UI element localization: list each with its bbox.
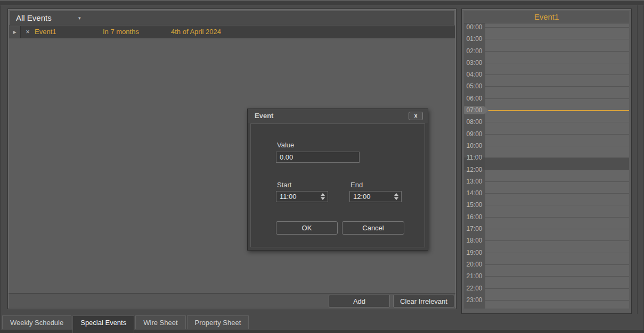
tabs-row: Weekly Schedule Special Events Wire Shee… xyxy=(2,315,249,333)
schedule-cell[interactable] xyxy=(485,170,629,181)
schedule-cell[interactable] xyxy=(485,51,629,63)
schedule-cell[interactable] xyxy=(485,217,629,229)
schedule-hour-row: 11:00 xyxy=(464,157,629,169)
schedule-cell[interactable] xyxy=(485,253,629,264)
clear-irrelevant-button[interactable]: Clear Irrelevant xyxy=(393,295,454,307)
events-filter-label: All Events xyxy=(16,11,52,25)
schedule-hour-row: 10:00 xyxy=(464,146,629,157)
tab-special-events[interactable]: Special Events xyxy=(72,315,134,333)
schedule-cell[interactable] xyxy=(485,276,629,288)
event-dialog-body: Value Start End OK Cancel xyxy=(250,123,425,247)
schedule-hour-label: 14:00 xyxy=(464,190,485,197)
schedule-hour-row: 00:00 xyxy=(464,27,629,39)
schedule-hour-label: 21:00 xyxy=(464,273,485,280)
cancel-button[interactable]: Cancel xyxy=(342,221,404,235)
scheduler-app-window: All Events ▾ ▶ × Event1 In 7 months 4th … xyxy=(0,0,644,333)
schedule-hour-label: 06:00 xyxy=(464,95,485,102)
schedule-hour-row: 15:00 xyxy=(464,205,629,217)
ok-button[interactable]: OK xyxy=(276,221,338,235)
schedule-hour-row: 22:00 xyxy=(464,288,629,300)
schedule-hour-label: 16:00 xyxy=(464,213,485,220)
schedule-cell[interactable] xyxy=(485,74,629,86)
schedule-cell[interactable] xyxy=(485,264,629,276)
window-right-seam xyxy=(637,5,638,314)
tab-label: Weekly Schedule xyxy=(10,319,63,327)
schedule-cell[interactable] xyxy=(485,240,629,252)
events-filter-dropdown[interactable]: All Events ▾ xyxy=(10,11,454,25)
view-tabbar: Weekly Schedule Special Events Wire Shee… xyxy=(0,315,644,333)
event-list-row[interactable]: ▶ × Event1 In 7 months 4th of April 2024 xyxy=(9,26,455,38)
value-input[interactable] xyxy=(276,152,360,163)
tab-label: Wire Sheet xyxy=(143,319,177,327)
row-expand-cell[interactable]: ▶ xyxy=(9,26,21,38)
schedule-hour-label: 09:00 xyxy=(464,130,485,137)
window-top-strip xyxy=(0,0,644,5)
schedule-hour-row: 21:00 xyxy=(464,276,629,288)
schedule-hour-row: 17:00 xyxy=(464,229,629,240)
schedule-hour-row: 14:00 xyxy=(464,193,629,205)
spin-up-icon[interactable] xyxy=(321,193,325,196)
add-button[interactable]: Add xyxy=(329,295,390,307)
schedule-hour-label: 07:00 xyxy=(464,106,485,114)
start-label: Start xyxy=(277,181,291,189)
schedule-hour-label: 12:00 xyxy=(464,166,485,173)
schedule-cell[interactable] xyxy=(485,63,629,74)
delete-x-icon: × xyxy=(26,28,29,36)
schedule-hour-label: 08:00 xyxy=(464,119,485,126)
schedule-hour-label: 18:00 xyxy=(464,237,485,244)
schedule-hour-label: 03:00 xyxy=(464,59,485,66)
schedule-hour-label: 20:00 xyxy=(464,261,485,268)
event-recurrence: In 7 months xyxy=(103,26,171,38)
schedule-hour-label: 22:00 xyxy=(464,285,485,292)
schedule-cell[interactable] xyxy=(485,110,629,122)
delete-event-button[interactable]: × xyxy=(21,26,35,38)
schedule-cell[interactable] xyxy=(485,146,629,157)
schedule-hour-row: 20:00 xyxy=(464,264,629,276)
spin-up-icon[interactable] xyxy=(394,193,398,196)
schedule-cell[interactable] xyxy=(485,205,629,217)
schedule-cell[interactable] xyxy=(485,86,629,98)
schedule-cell[interactable] xyxy=(485,193,629,205)
schedule-cell[interactable] xyxy=(485,157,629,169)
end-time-field xyxy=(349,191,402,202)
start-time-field xyxy=(276,191,328,202)
schedule-cell[interactable] xyxy=(485,300,629,309)
schedule-hour-row: 04:00 xyxy=(464,74,629,86)
schedule-title-bar: Event1 xyxy=(464,11,629,23)
event-dialog: Event x Value Start End xyxy=(247,109,428,251)
schedule-hour-label: 00:00 xyxy=(464,24,485,31)
end-time-spinner xyxy=(394,191,400,202)
spin-down-icon[interactable] xyxy=(394,197,398,200)
schedule-title-text: Event1 xyxy=(534,12,559,21)
tab-weekly-schedule[interactable]: Weekly Schedule xyxy=(2,315,71,329)
close-button[interactable]: x xyxy=(409,112,423,120)
event-dialog-titlebar[interactable]: Event x xyxy=(248,109,428,123)
value-label: Value xyxy=(277,141,294,149)
schedule-cell[interactable] xyxy=(485,122,629,134)
chevron-down-icon: ▾ xyxy=(78,11,81,25)
schedule-hour-label: 13:00 xyxy=(464,178,485,185)
end-label: End xyxy=(350,181,363,189)
schedule-cell[interactable] xyxy=(485,27,629,39)
tab-wire-sheet[interactable]: Wire Sheet xyxy=(135,315,185,329)
schedule-hour-row: 05:00 xyxy=(464,86,629,98)
event-date: 4th of April 2024 xyxy=(171,26,455,38)
schedule-hour-row: 13:00 xyxy=(464,181,629,193)
schedule-hour-row: 19:00 xyxy=(464,253,629,264)
schedule-hour-label: 10:00 xyxy=(464,142,485,149)
schedule-cell[interactable] xyxy=(485,181,629,193)
schedule-cell[interactable] xyxy=(485,134,629,146)
tab-property-sheet[interactable]: Property Sheet xyxy=(187,315,249,329)
schedule-cell[interactable] xyxy=(485,229,629,240)
tab-label: Property Sheet xyxy=(195,319,241,327)
schedule-hour-label: 02:00 xyxy=(464,47,485,54)
event-list-footer: Add Clear Irrelevant xyxy=(9,293,455,308)
schedule-cell[interactable] xyxy=(485,288,629,300)
start-time-spinner xyxy=(321,191,326,202)
schedule-cell[interactable] xyxy=(485,98,629,110)
spin-down-icon[interactable] xyxy=(321,197,325,200)
schedule-hour-row: 09:00 xyxy=(464,134,629,146)
schedule-hour-label: 05:00 xyxy=(464,83,485,90)
schedule-cell[interactable] xyxy=(485,39,629,51)
tab-label: Special Events xyxy=(80,319,126,327)
